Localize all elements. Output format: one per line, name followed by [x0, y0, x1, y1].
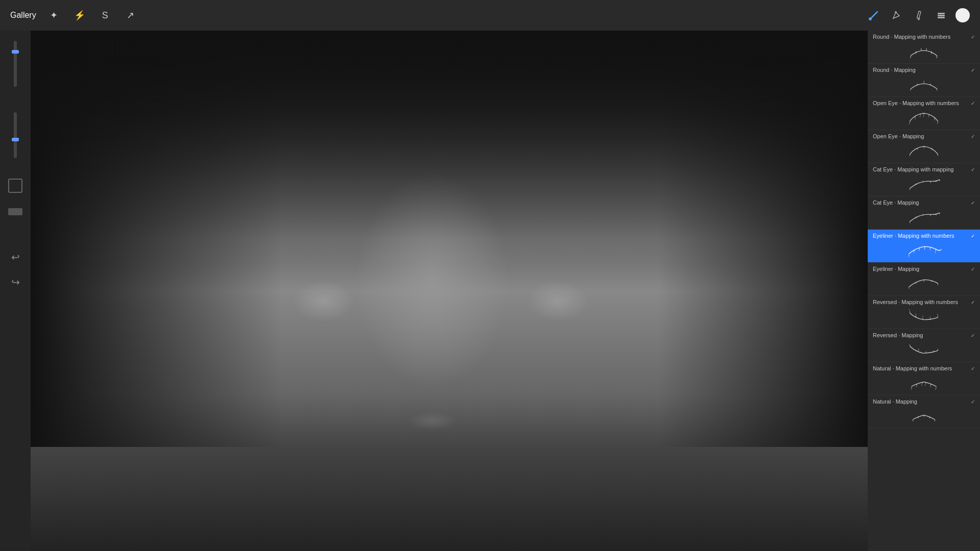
- svg-text:1: 1: [909, 309, 910, 311]
- brush-check-eyeliner-mapping: ✓: [971, 266, 975, 272]
- svg-text:1: 1: [911, 388, 912, 390]
- toolbar-left: Gallery ✦ ⚡ S ↗: [10, 10, 138, 21]
- left-sidebar: ↩ ↩: [0, 31, 31, 551]
- brush-panel: Round · Mapping with numbers✓ 1 2 3 4 5 …: [868, 31, 980, 551]
- svg-text:3: 3: [921, 384, 922, 386]
- svg-rect-4: [938, 13, 945, 14]
- svg-text:2: 2: [916, 386, 917, 388]
- svg-point-2: [895, 11, 897, 13]
- svg-text:6: 6: [935, 388, 936, 390]
- brush-preview-reversed-mapping-numbers: 1 2 3 4 5: [873, 306, 975, 327]
- svg-text:4: 4: [929, 316, 930, 318]
- brush-name-cat-eye-mapping: Cat Eye · Mapping: [873, 199, 919, 206]
- svg-text:4: 4: [925, 384, 926, 386]
- selection-tool-icon[interactable]: ⚡: [72, 10, 87, 21]
- svg-text:1: 1: [910, 56, 912, 59]
- canvas-area[interactable]: [31, 31, 868, 551]
- brush-check-natural-mapping: ✓: [971, 399, 975, 405]
- size-slider[interactable]: [14, 41, 17, 87]
- brush-name-natural-mapping-numbers: Natural · Mapping with numbers: [873, 365, 952, 371]
- svg-text:7: 7: [937, 123, 938, 125]
- brush-check-natural-mapping-numbers: ✓: [971, 366, 975, 371]
- brush-item-eyeliner-mapping-numbers[interactable]: Eyeliner · Mapping with numbers✓ 1 2 3 4…: [868, 230, 980, 263]
- brush-preview-cat-eye-mapping-with-mapping: [873, 173, 975, 194]
- undo-button[interactable]: ↩: [11, 251, 20, 263]
- svg-text:1: 1: [908, 256, 909, 258]
- brush-preview-round-mapping: [873, 74, 975, 94]
- svg-text:5: 5: [929, 249, 930, 251]
- brush-preview-open-eye-mapping-numbers: 1 2 3 4 5 6 7: [873, 107, 975, 128]
- layers-icon[interactable]: [933, 7, 949, 23]
- brush-item-eyeliner-mapping[interactable]: Eyeliner · Mapping✓: [868, 263, 980, 296]
- svg-text:4: 4: [923, 115, 924, 117]
- brush-item-cat-eye-mapping-with-mapping[interactable]: Cat Eye · Mapping with mapping✓: [868, 163, 980, 196]
- svg-text:1: 1: [909, 123, 910, 125]
- svg-text:5: 5: [928, 116, 929, 118]
- brush-check-eyeliner-mapping-numbers: ✓: [971, 233, 975, 239]
- svg-text:6: 6: [935, 252, 936, 254]
- main-content: ↩ ↩ Round · Mapping with numbers✓: [0, 31, 980, 551]
- shape-selector[interactable]: [8, 179, 22, 193]
- brush-name-cat-eye-mapping-with-mapping: Cat Eye · Mapping with mapping: [873, 166, 953, 172]
- svg-text:3: 3: [919, 116, 920, 118]
- svg-text:5: 5: [930, 386, 931, 388]
- brush-item-round-mapping[interactable]: Round · Mapping✓: [868, 64, 980, 97]
- toolbar-right: [866, 7, 970, 23]
- brush-check-reversed-mapping-numbers: ✓: [971, 299, 975, 305]
- brush-item-open-eye-mapping-numbers[interactable]: Open Eye · Mapping with numbers✓ 1 2 3 4…: [868, 97, 980, 130]
- brush-preview-eyeliner-mapping-numbers: 1 2 3 4 5 6: [873, 240, 975, 260]
- redo-button[interactable]: ↩: [11, 276, 20, 288]
- color-picker[interactable]: [955, 8, 970, 22]
- brush-preview-open-eye-mapping: [873, 140, 975, 161]
- brush-check-cat-eye-mapping: ✓: [971, 200, 975, 206]
- brush-item-reversed-mapping[interactable]: Reversed · Mapping✓: [868, 329, 980, 362]
- pen-tool-icon[interactable]: [888, 7, 904, 23]
- color-swatch[interactable]: [8, 208, 22, 215]
- brush-name-open-eye-mapping-numbers: Open Eye · Mapping with numbers: [873, 100, 959, 106]
- brush-check-round-mapping-numbers: ✓: [971, 34, 975, 40]
- brush-preview-natural-mapping-numbers: 1 2 3 4 5 6: [873, 372, 975, 393]
- brush-item-reversed-mapping-numbers[interactable]: Reversed · Mapping with numbers✓ 1 2 3 4…: [868, 296, 980, 329]
- svg-rect-5: [938, 15, 945, 16]
- brush-item-natural-mapping-numbers[interactable]: Natural · Mapping with numbers✓ 1 2 3 4 …: [868, 362, 980, 395]
- transform-tool-icon[interactable]: S: [97, 10, 113, 21]
- svg-text:3: 3: [919, 249, 920, 252]
- brush-preview-eyeliner-mapping: [873, 273, 975, 293]
- brush-preview-cat-eye-mapping: [873, 207, 975, 227]
- brush-tool-icon[interactable]: [866, 7, 882, 23]
- brush-check-cat-eye-mapping-with-mapping: ✓: [971, 167, 975, 172]
- brush-name-reversed-mapping-numbers: Reversed · Mapping with numbers: [873, 299, 958, 305]
- svg-text:5: 5: [931, 52, 933, 55]
- brush-name-reversed-mapping: Reversed · Mapping: [873, 332, 923, 338]
- svg-text:3: 3: [922, 316, 923, 318]
- gallery-button[interactable]: Gallery: [10, 11, 36, 20]
- wand-tool-icon[interactable]: ✦: [46, 10, 62, 21]
- brush-check-reversed-mapping: ✓: [971, 333, 975, 338]
- brush-check-open-eye-mapping-numbers: ✓: [971, 101, 975, 106]
- brush-name-open-eye-mapping: Open Eye · Mapping: [873, 133, 924, 139]
- svg-point-1: [869, 17, 872, 20]
- brush-item-natural-mapping[interactable]: Natural · Mapping✓: [868, 395, 980, 429]
- arrow-tool-icon[interactable]: ↗: [123, 10, 138, 21]
- svg-rect-3: [917, 11, 921, 19]
- pencil-tool-icon[interactable]: [911, 7, 927, 23]
- svg-text:6: 6: [936, 56, 938, 59]
- svg-text:4: 4: [924, 248, 925, 251]
- brush-preview-natural-mapping: [873, 406, 975, 426]
- brush-item-open-eye-mapping[interactable]: Open Eye · Mapping✓: [868, 130, 980, 163]
- brush-name-eyeliner-mapping: Eyeliner · Mapping: [873, 266, 919, 272]
- svg-text:5: 5: [937, 314, 938, 316]
- brush-name-round-mapping: Round · Mapping: [873, 67, 916, 73]
- svg-text:2: 2: [915, 313, 916, 315]
- svg-text:2: 2: [915, 118, 916, 120]
- svg-text:6: 6: [934, 119, 935, 121]
- brush-preview-reversed-mapping: [873, 339, 975, 360]
- brush-item-cat-eye-mapping[interactable]: Cat Eye · Mapping✓: [868, 196, 980, 230]
- brush-check-round-mapping: ✓: [971, 67, 975, 73]
- opacity-slider[interactable]: [14, 112, 17, 158]
- brush-name-round-mapping-numbers: Round · Mapping with numbers: [873, 34, 950, 40]
- brush-name-eyeliner-mapping-numbers: Eyeliner · Mapping with numbers: [873, 233, 954, 239]
- toolbar: Gallery ✦ ⚡ S ↗: [0, 0, 980, 31]
- brush-item-round-mapping-numbers[interactable]: Round · Mapping with numbers✓ 1 2 3 4 5 …: [868, 31, 980, 64]
- svg-text:2: 2: [913, 252, 914, 254]
